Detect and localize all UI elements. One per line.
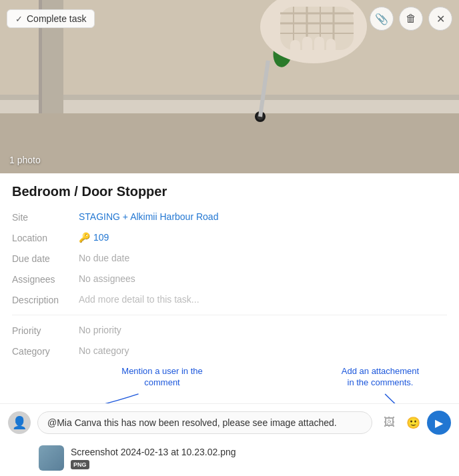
due-date-value[interactable]: No due date — [79, 253, 129, 263]
attach-button[interactable]: 📎 — [370, 7, 394, 31]
annotation-right-text: Add an attachement in the comments. — [340, 366, 420, 389]
assignees-label: Assignees — [12, 273, 79, 285]
site-row: Site STAGING + Alkimii Harbour Road — [12, 211, 447, 223]
photo-count: 1 photo — [9, 155, 41, 165]
attachment-badge: PNG — [71, 460, 89, 469]
due-date-label: Due date — [12, 253, 79, 264]
priority-row: Priority No priority — [12, 325, 447, 336]
hero-image-area: ✓ Complete task 📎 🗑 ✕ 1 photo — [0, 0, 459, 173]
top-actions: 📎 🗑 ✕ — [370, 7, 452, 31]
check-icon: ✓ — [15, 14, 23, 24]
category-row: Category No category — [12, 345, 447, 357]
priority-label: Priority — [12, 325, 79, 336]
paperclip-icon: 📎 — [375, 13, 388, 25]
svg-rect-24 — [326, 39, 336, 60]
assignees-value[interactable]: No assignees — [79, 273, 135, 284]
svg-rect-1 — [0, 107, 459, 173]
category-label: Category — [12, 345, 79, 357]
description-label: Description — [12, 294, 79, 305]
task-title: Bedroom / Door Stopper — [12, 184, 447, 199]
location-value[interactable]: 🔑 109 — [79, 232, 109, 243]
svg-rect-23 — [314, 37, 324, 60]
thumbnail-preview — [39, 445, 64, 471]
trash-icon: 🗑 — [406, 13, 416, 25]
priority-value[interactable]: No priority — [79, 325, 121, 335]
user-icon: 👤 — [12, 415, 27, 430]
delete-button[interactable]: 🗑 — [399, 7, 423, 31]
close-icon: ✕ — [436, 13, 445, 25]
attachment-thumbnail — [39, 445, 64, 471]
complete-task-label: Complete task — [27, 13, 86, 24]
location-label: Location — [12, 232, 79, 243]
emoji-button[interactable]: 🙂 — [403, 413, 423, 433]
image-icon: 🖼 — [384, 416, 395, 429]
comment-input[interactable] — [37, 411, 372, 434]
location-row: Location 🔑 109 — [12, 232, 447, 243]
attachment-filename: Screenshot 2024-02-13 at 10.23.02.png — [71, 447, 236, 457]
svg-rect-3 — [0, 99, 459, 113]
image-attach-button[interactable]: 🖼 — [379, 413, 399, 433]
site-label: Site — [12, 211, 79, 223]
user-avatar: 👤 — [8, 411, 31, 434]
svg-rect-4 — [0, 95, 459, 100]
comment-section: 👤 🖼 🙂 ▶ Screenshot 2024-02-13 at 10.23.0… — [0, 403, 459, 476]
emoji-icon: 🙂 — [406, 416, 420, 430]
key-icon: 🔑 — [79, 232, 90, 243]
attachment-info: Screenshot 2024-02-13 at 10.23.02.png PN… — [71, 447, 236, 469]
site-value[interactable]: STAGING + Alkimii Harbour Road — [79, 211, 218, 222]
assignees-row: Assignees No assignees — [12, 273, 447, 285]
comment-input-row: 👤 🖼 🙂 ▶ — [0, 404, 459, 441]
attachment-row: Screenshot 2024-02-13 at 10.23.02.png PN… — [0, 441, 459, 476]
due-date-row: Due date No due date — [12, 253, 447, 264]
svg-rect-21 — [290, 40, 300, 60]
comment-actions: 🖼 🙂 ▶ — [379, 411, 451, 435]
description-row: Description Add more detail to this task… — [12, 294, 447, 305]
send-button[interactable]: ▶ — [427, 411, 451, 435]
divider — [12, 315, 447, 315]
annotation-left-text: Mention a user in the comment — [119, 366, 205, 389]
description-value[interactable]: Add more detail to this task... — [79, 294, 199, 305]
close-button[interactable]: ✕ — [428, 7, 452, 31]
send-icon: ▶ — [435, 417, 443, 429]
complete-task-button[interactable]: ✓ Complete task — [7, 9, 95, 28]
svg-rect-22 — [302, 37, 312, 60]
location-number: 109 — [93, 232, 109, 243]
category-value[interactable]: No category — [79, 345, 129, 356]
